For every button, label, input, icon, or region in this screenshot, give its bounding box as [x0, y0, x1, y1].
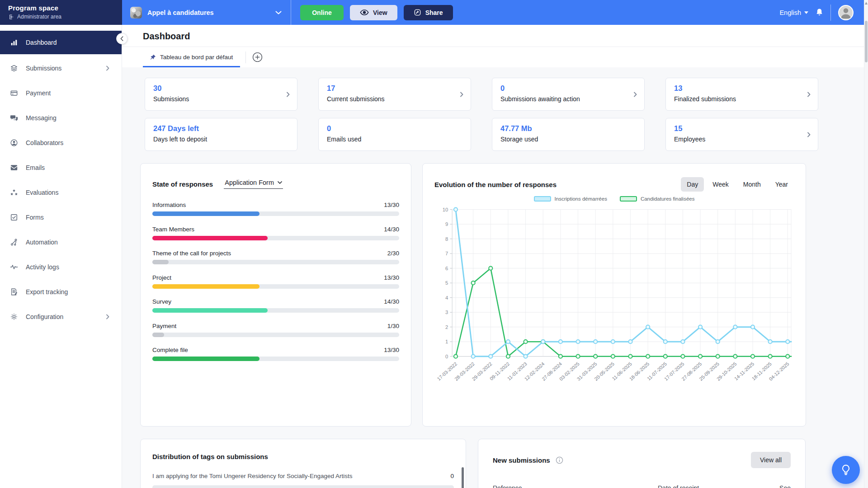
response-bar-fill — [152, 308, 268, 313]
svg-text:6: 6 — [445, 266, 448, 271]
share-button-label: Share — [425, 9, 443, 16]
stat-card-value: 15 — [674, 124, 810, 133]
sidebar-item-configuration[interactable]: Configuration — [0, 304, 122, 329]
range-button-week[interactable]: Week — [707, 177, 735, 192]
range-button-year[interactable]: Year — [769, 177, 794, 192]
new-submissions-panel: New submissions View all ReferenceDate o… — [478, 439, 806, 488]
app-root: Program space Administrator area Appel à… — [0, 0, 868, 488]
range-button-day[interactable]: Day — [681, 177, 704, 192]
stat-card-value: 17 — [327, 84, 462, 93]
sidebar-item-automation[interactable]: Automation — [0, 230, 122, 254]
page-scrollbar[interactable] — [864, 0, 868, 488]
legend-swatch — [620, 196, 637, 202]
stat-card-label: Current submissions — [327, 95, 462, 103]
sidebar-item-label: Payment — [26, 89, 51, 97]
response-bar-label: Complete file — [152, 347, 188, 353]
help-fab[interactable] — [832, 456, 860, 484]
sidebar-item-evaluations[interactable]: Evaluations — [0, 180, 122, 205]
svg-text:1: 1 — [445, 339, 448, 344]
administrator-area-label: Administrator area — [17, 14, 61, 20]
response-bar-track — [152, 260, 399, 264]
stat-card-employees[interactable]: 15Employees — [665, 118, 818, 151]
add-dashboard-tab-button[interactable] — [251, 52, 263, 63]
sidebar-item-label: Configuration — [26, 313, 63, 320]
info-icon — [556, 456, 563, 464]
payment-icon — [9, 89, 19, 97]
notification-bell-icon[interactable] — [816, 8, 823, 17]
sidebar-item-forms[interactable]: Forms — [0, 205, 122, 230]
chart-range-buttons: DayWeekMonthYear — [681, 177, 794, 192]
tag-list-item[interactable]: I am applying for the Tomi Ungerer Resid… — [152, 473, 454, 479]
program-space-title: Program space — [8, 4, 122, 12]
stat-card-label: Storage used — [500, 136, 636, 143]
response-bar-ratio: 2/30 — [387, 250, 399, 257]
sidebar-collapse-button[interactable] — [116, 33, 127, 44]
sidebar-item-submissions[interactable]: Submissions — [0, 56, 122, 80]
stat-card-submissions-awaiting-action[interactable]: 0Submissions awaiting action — [492, 78, 645, 111]
sidebar-item-collaborators[interactable]: Collaborators — [0, 130, 122, 155]
sidebar-item-payment[interactable]: Payment — [0, 80, 122, 105]
responses-evolution-panel: Evolution of the number of responses Day… — [422, 163, 806, 427]
legend-item: Inscriptions démarrées — [534, 196, 607, 202]
svg-text:3: 3 — [445, 310, 448, 315]
responses-line-chart: 01234567891017-03-202228-03-202229-03-20… — [434, 202, 794, 400]
evaluations-icon — [9, 188, 19, 197]
svg-text:8: 8 — [445, 236, 448, 242]
chart-title: Evolution of the number of responses — [434, 181, 557, 188]
stat-card-storage-used[interactable]: 47.77 MbStorage used — [492, 118, 645, 151]
response-bar-label: Project — [152, 274, 171, 281]
tag-label: I am applying for the Tomi Ungerer Resid… — [152, 473, 352, 479]
panel-scrollbar-thumb[interactable] — [462, 467, 464, 488]
stat-card-finalized-submissions[interactable]: 13Finalized submissions — [665, 78, 818, 111]
stat-card-days-left-to-deposit[interactable]: 247 Days leftDays left to deposit — [145, 118, 297, 151]
caret-down-icon — [278, 181, 282, 184]
sidebar-item-label: Activity logs — [26, 263, 59, 271]
sidebar-item-dashboard[interactable]: Dashboard — [0, 31, 122, 54]
view-button-label: View — [373, 9, 387, 16]
pin-icon — [150, 54, 156, 60]
scrollbar-thumb[interactable] — [865, 21, 868, 62]
stat-card-current-submissions[interactable]: 17Current submissions — [318, 78, 471, 111]
response-bar-fill — [152, 357, 259, 361]
topbar-right-divider — [830, 5, 831, 21]
sidebar-item-export-tracking[interactable]: Export tracking — [0, 279, 122, 304]
share-button[interactable]: Share — [404, 5, 453, 20]
sidebar-item-label: Messaging — [26, 114, 57, 122]
sidebar-item-label: Dashboard — [26, 39, 57, 46]
language-selector[interactable]: English — [779, 9, 808, 16]
state-of-responses-title: State of responses — [152, 180, 213, 188]
chevron-down-icon — [275, 11, 282, 14]
sidebar-item-activity-logs[interactable]: Activity logs — [0, 254, 122, 279]
sidebar-item-messaging[interactable]: Messaging — [0, 105, 122, 130]
topbar-right: English — [779, 5, 868, 21]
main-top-bar: Appel à candidatures Online View Share E… — [122, 0, 868, 25]
program-selector[interactable]: Appel à candidatures — [122, 0, 291, 25]
collaborators-icon — [9, 139, 19, 147]
response-bar-ratio: 13/30 — [384, 274, 399, 281]
stat-card-label: Submissions awaiting action — [500, 95, 636, 103]
response-bar-fill — [152, 236, 268, 240]
online-status-button[interactable]: Online — [300, 5, 344, 20]
legend-item: Candidatures finalisées — [620, 196, 695, 202]
view-all-button[interactable]: View all — [751, 452, 791, 468]
view-button[interactable]: View — [350, 5, 397, 20]
response-bar-ratio: 14/30 — [384, 298, 399, 305]
response-bar-ratio: 1/30 — [387, 323, 399, 329]
administrator-area-link[interactable]: Administrator area — [8, 14, 122, 20]
sidebar-item-emails[interactable]: Emails — [0, 155, 122, 180]
form-filter-dropdown[interactable]: Application Form — [224, 179, 283, 189]
sidebar-item-label: Emails — [26, 164, 45, 171]
share-icon — [414, 9, 421, 16]
scrollbar-up-arrow[interactable] — [865, 2, 868, 5]
range-button-month[interactable]: Month — [737, 177, 767, 192]
stat-card-emails-used[interactable]: 0Emails used — [318, 118, 471, 151]
new-submissions-header: New submissions View all — [493, 452, 791, 468]
user-avatar[interactable] — [838, 5, 854, 20]
legend-swatch — [534, 196, 551, 202]
chevron-right-icon — [103, 66, 113, 71]
stat-card-submissions[interactable]: 30Submissions — [145, 78, 297, 111]
chevron-right-icon — [806, 92, 811, 97]
response-bar-track — [152, 236, 399, 240]
response-bar-ratio: 14/30 — [384, 226, 399, 233]
tab-default-dashboard[interactable]: Tableau de bord par défaut — [143, 47, 240, 67]
